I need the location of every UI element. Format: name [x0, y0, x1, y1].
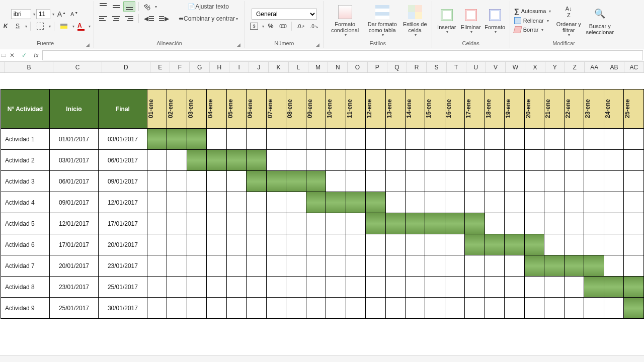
gantt-cell[interactable] [286, 298, 306, 319]
end-cell[interactable]: 03/01/2017 [98, 129, 147, 150]
align-right-button[interactable] [123, 13, 135, 24]
gantt-cell[interactable] [624, 150, 644, 171]
align-bottom-button[interactable] [123, 1, 135, 12]
gantt-cell[interactable] [584, 192, 604, 213]
gantt-cell[interactable] [167, 255, 187, 277]
gantt-cell[interactable] [524, 234, 544, 255]
gantt-cell[interactable] [544, 298, 564, 319]
gantt-cell[interactable] [346, 213, 365, 234]
gantt-cell[interactable] [485, 298, 504, 319]
gantt-cell[interactable] [505, 192, 524, 213]
gantt-cell[interactable] [564, 255, 584, 277]
thousands-button[interactable] [277, 21, 288, 32]
gantt-cell[interactable] [385, 171, 405, 192]
gantt-cell[interactable] [564, 150, 584, 171]
gantt-cell[interactable] [306, 277, 326, 298]
gantt-cell[interactable] [406, 255, 425, 277]
gantt-cell[interactable] [306, 255, 326, 277]
gantt-cell[interactable] [425, 171, 445, 192]
column-header[interactable]: C [53, 62, 102, 72]
gantt-cell[interactable] [604, 150, 623, 171]
align-top-button[interactable] [97, 1, 109, 12]
gantt-cell[interactable] [306, 129, 326, 150]
gantt-cell[interactable] [226, 277, 246, 298]
dialog-launcher-icon[interactable]: ◢ [315, 42, 320, 47]
gantt-cell[interactable] [425, 192, 445, 213]
gantt-cell[interactable] [167, 213, 187, 234]
chevron-down-icon[interactable]: ▾ [262, 24, 264, 29]
gantt-cell[interactable] [445, 171, 464, 192]
gantt-cell[interactable] [584, 129, 604, 150]
column-header[interactable]: AA [585, 62, 604, 72]
gantt-cell[interactable] [406, 234, 425, 255]
conditional-format-button[interactable]: Formato condicional▾ [327, 3, 363, 38]
gantt-cell[interactable] [187, 171, 206, 192]
column-header[interactable]: I [229, 62, 249, 72]
gantt-cell[interactable] [366, 150, 385, 171]
grow-font-button[interactable] [55, 9, 67, 20]
gantt-cell[interactable] [147, 150, 167, 171]
font-name-combo[interactable] [11, 9, 31, 19]
gantt-cell[interactable] [465, 255, 485, 277]
gantt-cell[interactable] [445, 129, 464, 150]
gantt-cell[interactable] [147, 213, 167, 234]
gantt-cell[interactable] [445, 192, 464, 213]
gantt-cell[interactable] [207, 171, 226, 192]
gantt-cell[interactable] [564, 213, 584, 234]
gantt-cell[interactable] [346, 171, 365, 192]
gantt-cell[interactable] [266, 150, 286, 171]
accounting-format-button[interactable] [248, 21, 260, 32]
header-activity[interactable]: N° Actividad [1, 89, 50, 129]
gantt-cell[interactable] [564, 192, 584, 213]
border-button[interactable] [34, 21, 47, 32]
column-header[interactable]: T [447, 62, 466, 72]
find-select-button[interactable]: 🔍 Buscar y seleccionar [585, 5, 614, 35]
gantt-cell[interactable] [247, 213, 266, 234]
column-header[interactable]: E [150, 62, 170, 72]
gantt-cell[interactable] [465, 192, 485, 213]
gantt-cell[interactable] [326, 277, 346, 298]
gantt-cell[interactable] [406, 213, 425, 234]
column-header[interactable]: P [368, 62, 387, 72]
gantt-cell[interactable] [425, 277, 445, 298]
gantt-cell[interactable] [187, 192, 206, 213]
gantt-cell[interactable] [385, 298, 405, 319]
start-cell[interactable]: 06/01/2017 [49, 171, 98, 192]
gantt-cell[interactable] [524, 129, 544, 150]
end-cell[interactable]: 06/01/2017 [98, 150, 147, 171]
activity-cell[interactable]: Actividad 1 [1, 129, 50, 150]
gantt-cell[interactable] [485, 213, 504, 234]
gantt-cell[interactable] [266, 255, 286, 277]
gantt-cell[interactable] [306, 192, 326, 213]
end-cell[interactable]: 20/01/2017 [98, 234, 147, 255]
gantt-cell[interactable] [425, 150, 445, 171]
column-header[interactable]: M [308, 62, 328, 72]
insert-button[interactable]: Insertar▾ [435, 6, 458, 35]
gantt-cell[interactable] [266, 192, 286, 213]
gantt-cell[interactable] [604, 192, 623, 213]
gantt-cell[interactable] [465, 150, 485, 171]
column-header[interactable]: N [328, 62, 348, 72]
gantt-cell[interactable] [306, 150, 326, 171]
cancel-formula-button[interactable]: ✕ [6, 51, 18, 60]
gantt-date-header[interactable]: 13-ene [385, 89, 405, 129]
gantt-cell[interactable] [604, 255, 623, 277]
gantt-cell[interactable] [207, 129, 226, 150]
end-cell[interactable]: 30/01/2017 [98, 298, 147, 319]
gantt-date-header[interactable]: 10-ene [326, 89, 346, 129]
gantt-cell[interactable] [346, 129, 365, 150]
align-left-button[interactable] [97, 13, 109, 24]
gantt-cell[interactable] [247, 129, 266, 150]
end-cell[interactable]: 17/01/2017 [98, 213, 147, 234]
gantt-cell[interactable] [207, 213, 226, 234]
gantt-cell[interactable] [524, 171, 544, 192]
gantt-date-header[interactable]: 07-ene [266, 89, 286, 129]
gantt-cell[interactable] [346, 192, 365, 213]
gantt-date-header[interactable]: 04-ene [207, 89, 226, 129]
gantt-cell[interactable] [485, 255, 504, 277]
gantt-cell[interactable] [346, 255, 365, 277]
column-header[interactable]: V [486, 62, 506, 72]
gantt-cell[interactable] [604, 277, 623, 298]
column-header[interactable]: AC [624, 62, 644, 72]
chevron-down-icon[interactable]: ▾ [33, 12, 35, 17]
